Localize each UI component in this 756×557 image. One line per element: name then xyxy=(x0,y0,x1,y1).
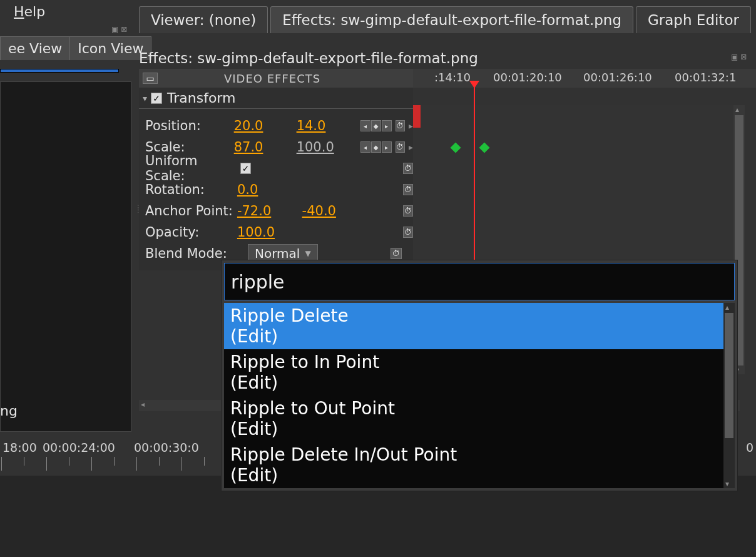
anchor-label: Anchor Point: xyxy=(145,203,237,218)
timeline-timecode: 18:00 xyxy=(3,441,37,454)
row-anchor: Anchor Point: -72.0 -40.0 ⏱ xyxy=(145,200,413,222)
blend-mode-value: Normal xyxy=(255,246,300,261)
blend-label: Blend Mode: xyxy=(145,246,252,261)
timeline-timecode: 00:00:30:0 xyxy=(134,441,199,454)
palette-vscroll-thumb[interactable] xyxy=(725,313,733,438)
opacity-field[interactable]: 100.0 xyxy=(237,225,302,240)
expand-icon[interactable]: ▸ xyxy=(409,142,413,152)
scale-y-field[interactable]: 100.0 xyxy=(297,140,359,155)
effect-transform: ▾ ✓ Transform Position: 20.0 14.0 ◂ ◆ ▸ … xyxy=(139,88,413,270)
row-rotation: Rotation: 0.0 0 ⏱ xyxy=(145,179,413,200)
command-palette-item[interactable]: Ripple Delete In/Out Point (Edit) xyxy=(224,442,735,488)
stopwatch-icon[interactable]: ⏱ xyxy=(396,120,405,131)
command-palette-item-sub: (Edit) xyxy=(230,465,728,486)
command-palette-item-sub: (Edit) xyxy=(230,372,728,393)
menu-help-mnemonic: H xyxy=(14,4,24,19)
stopwatch-icon[interactable]: ⏱ xyxy=(396,141,405,153)
stopwatch-icon[interactable]: ⏱ xyxy=(391,248,402,259)
timeline-timecode: 00:00:24:00 xyxy=(43,441,115,454)
tab-tree-view[interactable]: ee View xyxy=(0,36,70,60)
effects-ruler[interactable]: :14:10 00:01:20:10 00:01:26:10 00:01:32:… xyxy=(413,69,756,88)
command-palette-query: ripple xyxy=(231,271,285,293)
command-palette-item-label: Ripple Delete xyxy=(230,305,728,326)
transform-header[interactable]: ▾ ✓ Transform xyxy=(139,88,413,109)
command-palette-list: Ripple Delete (Edit) Ripple to In Point … xyxy=(224,303,735,488)
uniform-scale-checkbox[interactable]: ✓ xyxy=(240,163,250,174)
left-panel-footer: ng xyxy=(0,398,129,423)
stopwatch-icon[interactable]: ⏱ xyxy=(403,205,413,217)
anchor-y-field[interactable]: -40.0 xyxy=(302,203,367,218)
rotation-field[interactable]: 0.0 xyxy=(237,182,302,197)
ruler-timecode: 00:01:32:1 xyxy=(675,71,736,84)
scale-x-field[interactable]: 87.0 xyxy=(234,140,297,155)
transform-title: Transform xyxy=(167,90,235,106)
vertical-splitter[interactable]: ⋮⋮ xyxy=(135,207,139,212)
command-palette-search-input[interactable]: ripple xyxy=(224,263,735,300)
stopwatch-icon[interactable]: ⏱ xyxy=(403,163,413,174)
effects-panel-dock-icons: ▣ ⊠ xyxy=(731,53,747,61)
row-position: Position: 20.0 14.0 ◂ ◆ ▸ ⏱ ▸ xyxy=(145,115,413,136)
add-keyframe-button[interactable]: ◆ xyxy=(371,120,381,131)
tab-viewer[interactable]: Viewer: (none) xyxy=(139,6,268,33)
position-y-field[interactable]: 14.0 xyxy=(297,118,359,133)
transform-enabled-checkbox[interactable]: ✓ xyxy=(151,93,162,104)
position-label: Position: xyxy=(145,118,234,133)
add-keyframe-button[interactable]: ◆ xyxy=(371,141,381,153)
scale-label: Scale: xyxy=(145,140,234,155)
command-palette-item-label: Ripple to In Point xyxy=(230,352,728,372)
keyframe-marker[interactable] xyxy=(413,113,421,120)
expand-icon[interactable]: ▸ xyxy=(409,121,413,131)
main-tabs: Viewer: (none) Effects: sw-gimp-default-… xyxy=(139,6,751,33)
ruler-timecode: 00:01:26:10 xyxy=(583,71,652,84)
row-opacity: Opacity: 100.0 0 ⏱ xyxy=(145,222,413,243)
left-panel-tabs: ee View Icon View xyxy=(0,36,151,60)
next-keyframe-button[interactable]: ▸ xyxy=(382,141,392,153)
undock-icon[interactable]: ▣ xyxy=(731,53,738,61)
command-palette: ripple Ripple Delete (Edit) Ripple to In… xyxy=(221,260,738,491)
undock-icon[interactable]: ▣ xyxy=(111,25,118,34)
caret-down-icon: ▾ xyxy=(143,93,147,103)
keyframe-marker[interactable] xyxy=(479,143,490,153)
keyframe-marker[interactable] xyxy=(451,143,461,153)
timeline-timecode: 0 xyxy=(746,441,753,454)
tab-effects[interactable]: Effects: sw-gimp-default-export-file-for… xyxy=(270,6,633,33)
command-palette-item-label: Ripple Delete In/Out Point xyxy=(230,444,728,465)
chevron-down-icon: ▼ xyxy=(305,249,310,258)
command-palette-item[interactable]: Ripple Delete (Edit) xyxy=(224,303,735,349)
command-palette-item[interactable]: Ripple to Out Point (Edit) xyxy=(224,396,735,442)
opacity-label: Opacity: xyxy=(145,225,237,240)
ruler-timecode: :14:10 xyxy=(434,71,471,84)
rotation-label: Rotation: xyxy=(145,182,237,197)
keyframe-marker[interactable] xyxy=(413,105,421,113)
anchor-x-field[interactable]: -72.0 xyxy=(237,203,302,218)
left-panel-body xyxy=(0,81,131,432)
command-palette-item-label: Ripple to Out Point xyxy=(230,398,728,419)
effect-panel-icon[interactable]: ▭ xyxy=(143,73,158,84)
command-palette-item-sub: (Edit) xyxy=(230,326,728,347)
left-panel-hscroll[interactable] xyxy=(0,69,119,73)
tab-graph-editor[interactable]: Graph Editor xyxy=(636,6,751,33)
next-keyframe-button[interactable]: ▸ xyxy=(382,120,392,131)
prev-keyframe-button[interactable]: ◂ xyxy=(360,120,370,131)
command-palette-item-sub: (Edit) xyxy=(230,419,728,439)
prev-keyframe-button[interactable]: ◂ xyxy=(360,141,370,153)
command-palette-item[interactable]: Ripple to In Point (Edit) xyxy=(224,349,735,396)
ruler-timecode: 00:01:20:10 xyxy=(493,71,562,84)
keyframe-marker[interactable] xyxy=(413,120,421,128)
stopwatch-icon[interactable]: ⏱ xyxy=(403,184,413,195)
row-uniform-scale: Uniform Scale: ✓ ⏱ xyxy=(145,158,413,179)
effects-panel-title: Effects: sw-gimp-default-export-file-for… xyxy=(139,50,478,66)
position-x-field[interactable]: 20.0 xyxy=(234,118,297,133)
left-panel-dock-icons: ▣ ⊠ xyxy=(111,25,127,34)
close-panel-icon[interactable]: ⊠ xyxy=(740,53,747,61)
menu-help[interactable]: Help xyxy=(11,4,48,19)
close-panel-icon[interactable]: ⊠ xyxy=(121,25,127,34)
video-effects-title: VIDEO EFFECTS xyxy=(224,72,320,85)
uniform-scale-label: Uniform Scale: xyxy=(145,153,240,183)
